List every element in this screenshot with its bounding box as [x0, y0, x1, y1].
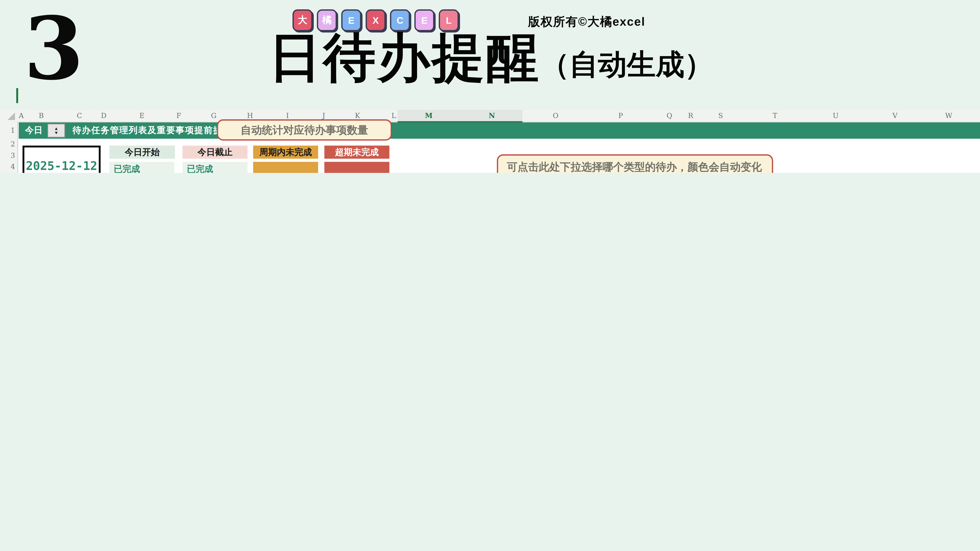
column-header-S[interactable]: S	[718, 112, 723, 120]
spinner-up-icon[interactable]: ▲	[54, 126, 59, 130]
page-number: 3	[24, 1, 84, 96]
select-all-corner[interactable]	[8, 113, 15, 120]
page-title-text: 日待办提醒	[269, 25, 541, 91]
spinner-down-icon[interactable]: ▼	[54, 130, 59, 135]
column-header-I[interactable]: I	[286, 112, 289, 120]
page-title: 日待办提醒 （自动生成）	[269, 25, 713, 91]
column-header-B[interactable]: B	[39, 112, 44, 120]
done-label: 已完成	[187, 164, 213, 173]
column-header-F[interactable]: F	[176, 112, 181, 120]
column-header-P[interactable]: P	[618, 112, 623, 120]
done-label: 已完成	[114, 164, 140, 173]
due-done-block: 已完成 0项	[183, 162, 248, 173]
column-header-C[interactable]: C	[77, 112, 82, 120]
column-header-E[interactable]: E	[139, 112, 145, 120]
daily-todo-sheet-page: 3 大橘EXCEL 版权所有©大橘excel 日待办提醒 （自动生成） ABCD…	[0, 0, 980, 173]
column-header-U[interactable]: U	[833, 112, 838, 120]
column-header-M[interactable]: M	[425, 112, 433, 120]
overdue-card-value: 161项	[324, 162, 390, 173]
column-header-A[interactable]: A	[19, 112, 24, 120]
today-label: 今日	[25, 125, 43, 136]
start-done-block: 已完成 0项	[110, 162, 175, 173]
column-header-Q[interactable]: Q	[667, 112, 672, 120]
column-header-J[interactable]: J	[322, 112, 325, 120]
sheet-title-row: 今日 ▲ ▼ 待办任务管理列表及重要事项提前提醒	[19, 122, 980, 139]
row-header-2[interactable]: 2	[0, 140, 15, 148]
row-header-strip[interactable]: 1234567891213141516171819202122232425262…	[0, 122, 18, 173]
today-date: 2025-12-12	[24, 148, 99, 173]
overdue-card-header: 超期未完成	[324, 146, 390, 159]
selected-row-indicator	[16, 88, 18, 103]
column-header-L[interactable]: L	[391, 112, 396, 120]
cycle-card-header: 周期内未完成	[253, 146, 318, 159]
row-header-4[interactable]: 4	[0, 163, 15, 171]
sheet-title-text: 待办任务管理列表及重要事项提前提醒	[73, 125, 232, 136]
column-header-G[interactable]: G	[211, 112, 216, 120]
column-header-T[interactable]: T	[773, 112, 777, 120]
page-subtitle-text: （自动生成）	[541, 46, 713, 84]
column-header-D[interactable]: D	[101, 112, 107, 120]
due-card-header: 今日截止	[183, 146, 248, 159]
tip-line-1: 可点击此处下拉选择哪个类型的待办，颜色会自动变化	[507, 160, 762, 173]
row-header-3[interactable]: 3	[0, 151, 15, 160]
cycle-card-value: 14项	[253, 162, 318, 173]
callout-dropdown-tip: 可点击此处下拉选择哪个类型的待办，颜色会自动变化 不筛选即为四个类型全部的待办事…	[497, 154, 773, 173]
column-header-K[interactable]: K	[355, 112, 360, 120]
column-header-strip[interactable]: ABCDEFGHIJKLMNOPQRSTUVW	[0, 110, 980, 122]
column-header-O[interactable]: O	[553, 112, 558, 120]
date-card: 2025-12-12 星期五	[22, 146, 100, 173]
callout-auto-count: 自动统计对应待办事项数量	[217, 119, 392, 141]
column-header-H[interactable]: H	[247, 112, 253, 120]
today-spinner[interactable]: ▲ ▼	[48, 124, 65, 137]
column-header-N[interactable]: N	[489, 112, 495, 120]
column-header-W[interactable]: W	[945, 112, 952, 120]
column-header-V[interactable]: V	[892, 112, 897, 120]
selected-columns-highlight	[398, 110, 523, 122]
column-header-R[interactable]: R	[688, 112, 693, 120]
row-header-1[interactable]: 1	[0, 126, 15, 135]
start-card-header: 今日开始	[110, 146, 175, 159]
